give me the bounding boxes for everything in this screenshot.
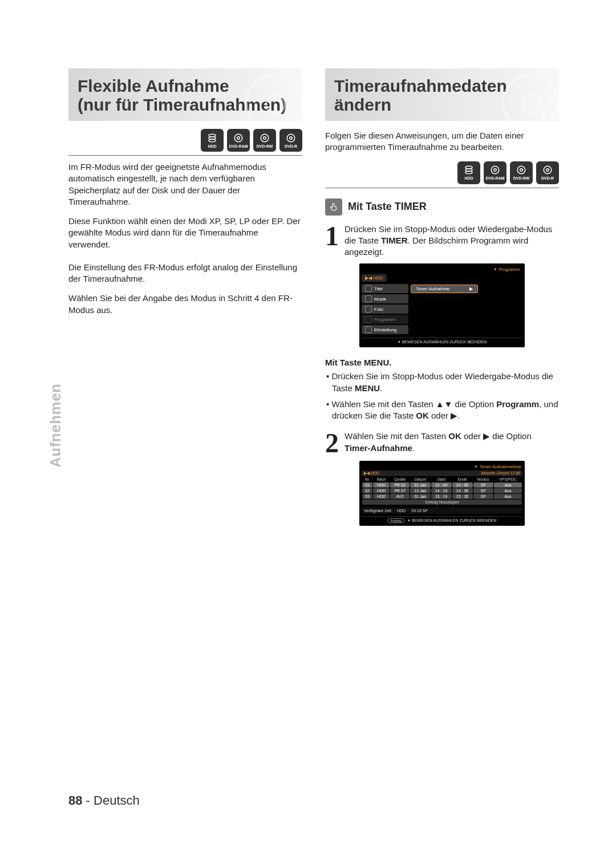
left-para4: Wählen Sie bei der Angabe des Modus in S… <box>68 293 302 316</box>
step-2-text: Wählen Sie mit den Tasten OK oder ▶ die … <box>345 431 559 455</box>
svg-point-4 <box>237 136 240 139</box>
scr2-table: Nr. Nach Quelle Datum Start Ende Modus V… <box>362 476 522 505</box>
left-column: Flexible Aufnahme (nur für Timeraufnahme… <box>68 68 302 536</box>
right-divider <box>325 188 559 188</box>
scr2-header: ✦ Timer-Aufnahmeliste <box>362 463 522 470</box>
dvd-ram-icon: DVD-RAM <box>227 129 250 152</box>
subhead-timer: Mit Taste TIMER <box>325 198 559 216</box>
svg-point-17 <box>546 169 549 172</box>
subhead-menu: Mit Taste MENU. <box>325 358 559 367</box>
page: Aufnehmen Flexible Aufnahme (nur für Tim… <box>0 0 616 848</box>
table-row: 02HDDPR 0713 Jan14 : 1014 : 30SPAus <box>362 488 522 493</box>
scr1-title: ✦ Programm <box>362 266 522 273</box>
step-2-number: 2 <box>325 431 339 455</box>
svg-point-5 <box>261 134 269 142</box>
left-media-icons: HDD DVD-RAM DVD-RW DVD-R <box>68 129 302 152</box>
svg-point-7 <box>287 134 295 142</box>
svg-point-13 <box>494 169 497 172</box>
scr1-selected: Timer-Aufnahme ▶ <box>411 285 478 293</box>
subhead-timer-label: Mit Taste TIMER <box>348 201 427 213</box>
right-column: Timeraufnahmedaten ändern Folgen Sie die… <box>325 68 559 536</box>
left-heading-line1: Flexible Aufnahme <box>78 76 229 95</box>
anykey-icon: Anykey <box>387 518 404 523</box>
dvd-rw-icon: DVD-RW <box>510 161 533 184</box>
svg-point-16 <box>544 166 552 174</box>
content-columns: Flexible Aufnahme (nur für Timeraufnahme… <box>68 68 559 536</box>
screenshot-timer-list: ✦ Timer-Aufnahmeliste ▶◀ HDD Aktuelle Uh… <box>359 461 525 526</box>
right-intro: Folgen Sie diesen Anweisungen, um die Da… <box>325 130 559 153</box>
screenshot-programm-menu: ✦ Programm ▶◀ HDD Titel Timer-Aufnahme ▶… <box>359 263 525 347</box>
scr2-table-head: Nr. Nach Quelle Datum Start Ende Modus V… <box>362 477 522 482</box>
scr1-navbar: ✦ BEWEGEN AUSWÄHLEN ZURÜCK BEENDEN <box>362 338 522 345</box>
scr1-item-programm: Programm <box>362 315 408 324</box>
menu-bullets: Drücken Sie im Stopp-Modus oder Wiederga… <box>325 371 559 421</box>
step-2: 2 Wählen Sie mit den Tasten OK oder ▶ di… <box>325 431 559 455</box>
page-number: 88 <box>68 793 82 808</box>
scr1-item-foto: Foto <box>362 305 408 314</box>
left-section-header: Flexible Aufnahme (nur für Timeraufnahme… <box>68 68 302 121</box>
scr1-menu: Titel Timer-Aufnahme ▶ Musik Foto Progra… <box>362 283 522 335</box>
hdd-icon: HDD <box>457 161 480 184</box>
scr1-item-einstellung: Einstellung <box>362 325 408 334</box>
dvd-rw-icon: DVD-RW <box>253 129 276 152</box>
scr1-item-titel: Titel <box>362 284 408 293</box>
left-heading-line2: (nur für Timeraufnahmen) <box>78 95 286 114</box>
svg-point-11 <box>465 171 472 174</box>
svg-point-8 <box>290 136 293 139</box>
dvd-ram-icon: DVD-RAM <box>484 161 506 184</box>
scr2-available-time: Verfügbare Zeit HDD 29:10 SP <box>362 508 522 514</box>
svg-point-12 <box>491 166 499 174</box>
scr2-navbar: Anykey ✦ BEWEGEN AUSWÄHLEN ZURÜCK BEENDE… <box>362 516 522 524</box>
svg-point-15 <box>520 169 523 172</box>
left-para3: Die Einstellung des FR-Modus erfolgt ana… <box>68 262 302 285</box>
svg-point-3 <box>234 134 242 142</box>
step-1: 1 Drücken Sie im Stopp-Modus oder Wieder… <box>325 224 559 258</box>
right-heading-line1: Timeraufnahmedaten <box>334 76 507 95</box>
page-language: Deutsch <box>94 793 140 808</box>
bullet-2: Wählen Sie mit den Tasten ▲▼ die Option … <box>326 399 559 422</box>
scr2-timebar: ▶◀ HDD Aktuelle Uhrzeit 12:00 <box>362 470 522 476</box>
left-heading: Flexible Aufnahme (nur für Timeraufnahme… <box>78 76 293 114</box>
svg-point-14 <box>517 166 525 174</box>
left-para2: Diese Funktion wählt einen der Modi XP, … <box>68 216 302 250</box>
right-heading: Timeraufnahmedaten ändern <box>334 76 550 114</box>
left-para1: Im FR-Modus wird der geeignetste Aufnahm… <box>68 161 302 208</box>
step-1-number: 1 <box>325 224 339 258</box>
bullet-1: Drücken Sie im Stopp-Modus oder Wiederga… <box>326 371 559 394</box>
scr2-add-row: Eintrag hinzufügen <box>362 500 522 505</box>
right-section-header: Timeraufnahmedaten ändern <box>325 68 559 121</box>
dvd-r-icon: DVD-R <box>536 161 559 184</box>
scr1-item-musik: Musik <box>362 294 408 303</box>
left-divider <box>68 155 302 156</box>
table-row: 03HDDAV201 Jan15 : 1915 : 30SPAus <box>362 494 522 499</box>
hdd-icon: HDD <box>201 129 224 152</box>
table-row: 01HDDPR 0201 Jan12 : 0014 : 00SPAus <box>362 482 522 488</box>
right-media-icons: HDD DVD-RAM DVD-RW DVD-R <box>325 161 559 184</box>
scr1-path: ▶◀ HDD <box>362 274 387 282</box>
page-footer: 88 - Deutsch <box>68 793 140 808</box>
svg-point-6 <box>264 136 266 139</box>
dvd-r-icon: DVD-R <box>279 129 302 152</box>
svg-point-2 <box>209 139 216 142</box>
step-1-text: Drücken Sie im Stopp-Modus oder Wiederga… <box>345 224 559 258</box>
hand-icon <box>325 198 342 216</box>
right-heading-line2: ändern <box>334 95 391 114</box>
section-tab: Aufnehmen <box>47 384 64 468</box>
